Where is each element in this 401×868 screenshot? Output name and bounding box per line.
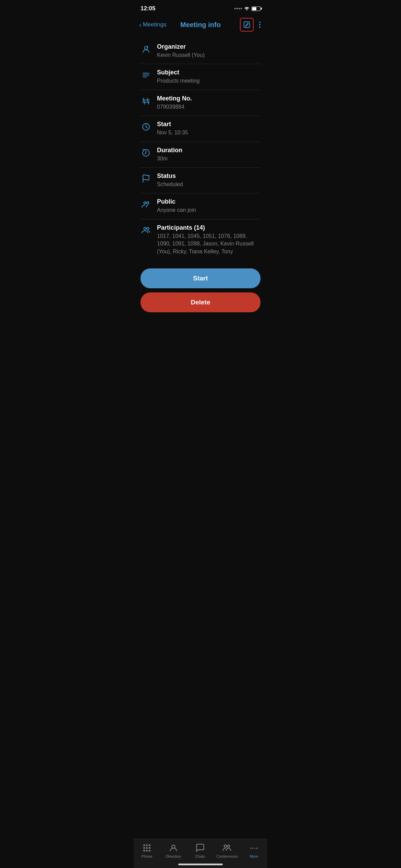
public-row: Public Anyone can join: [134, 193, 267, 219]
edit-button[interactable]: [240, 18, 254, 32]
duration-value: 30m: [157, 155, 260, 162]
public-icon: [141, 199, 151, 210]
subject-value: Products meeting: [157, 77, 260, 85]
duration-content: Duration 30m: [157, 147, 260, 162]
more-dot: [259, 24, 260, 25]
start-icon: [141, 121, 151, 132]
participants-label: Participants (14): [157, 224, 260, 231]
svg-line-5: [143, 98, 144, 104]
back-button[interactable]: ‹ Meetings: [139, 21, 167, 29]
status-value: Scheduled: [157, 181, 260, 188]
back-label: Meetings: [143, 21, 167, 28]
svg-point-12: [144, 202, 146, 204]
status-icons: [234, 6, 260, 11]
meeting-no-icon: [141, 96, 151, 107]
svg-point-1: [145, 46, 148, 49]
meeting-info-content: Organizer Kevin Russell (You) Subject Pr…: [134, 36, 267, 359]
participants-content: Participants (14) 1017, 1041, 1045, 1051…: [157, 224, 260, 255]
organizer-value: Kevin Russell (You): [157, 51, 260, 59]
subject-row: Subject Products meeting: [134, 64, 267, 89]
public-label: Public: [157, 198, 260, 205]
nav-bar: ‹ Meetings Meeting info: [134, 15, 267, 36]
status-label: Status: [157, 172, 260, 180]
nav-actions: [240, 18, 262, 32]
organizer-icon: [141, 44, 151, 55]
page-title: Meeting info: [180, 21, 221, 29]
more-options-button[interactable]: [258, 20, 262, 29]
start-value: Nov 5, 10:35: [157, 129, 260, 136]
meeting-no-content: Meeting No. 079039884: [157, 95, 260, 111]
status-row: Status Scheduled: [134, 168, 267, 193]
start-content: Start Nov 5, 10:35: [157, 121, 260, 136]
back-arrow-icon: ‹: [139, 21, 142, 29]
delete-button[interactable]: Delete: [141, 292, 260, 312]
start-label: Start: [157, 121, 260, 128]
meeting-no-label: Meeting No.: [157, 95, 260, 102]
more-dot: [259, 22, 260, 23]
svg-point-14: [144, 227, 146, 230]
participants-value: 1017, 1041, 1045, 1051, 1076, 1089, 1090…: [157, 232, 260, 255]
meeting-no-value: 079039884: [157, 103, 260, 111]
meeting-no-row: Meeting No. 079039884: [134, 90, 267, 116]
status-icon: [141, 173, 151, 184]
subject-label: Subject: [157, 69, 260, 76]
status-content: Status Scheduled: [157, 172, 260, 188]
organizer-content: Organizer Kevin Russell (You): [157, 43, 260, 59]
participants-row: Participants (14) 1017, 1041, 1045, 1051…: [134, 219, 267, 260]
battery-icon: [252, 7, 260, 11]
svg-point-13: [147, 202, 149, 204]
duration-icon: [141, 147, 151, 158]
participants-icon: [141, 225, 151, 236]
duration-row: Duration 30m: [134, 142, 267, 167]
status-time: 12:05: [141, 5, 155, 12]
svg-point-15: [147, 227, 149, 230]
signal-icon: [234, 8, 242, 9]
start-row: Start Nov 5, 10:35: [134, 116, 267, 141]
subject-content: Subject Products meeting: [157, 69, 260, 85]
duration-label: Duration: [157, 147, 260, 154]
action-buttons: Start Delete: [134, 260, 267, 318]
edit-icon: [243, 21, 251, 28]
bottom-spacer: [134, 318, 267, 359]
public-content: Public Anyone can join: [157, 198, 260, 214]
subject-icon: [141, 70, 151, 81]
svg-line-6: [147, 98, 148, 104]
organizer-row: Organizer Kevin Russell (You): [134, 38, 267, 64]
organizer-label: Organizer: [157, 43, 260, 50]
start-button[interactable]: Start: [141, 268, 260, 288]
status-bar: 12:05: [134, 0, 267, 15]
more-dot: [259, 26, 260, 28]
public-value: Anyone can join: [157, 206, 260, 214]
wifi-icon: [244, 6, 250, 11]
